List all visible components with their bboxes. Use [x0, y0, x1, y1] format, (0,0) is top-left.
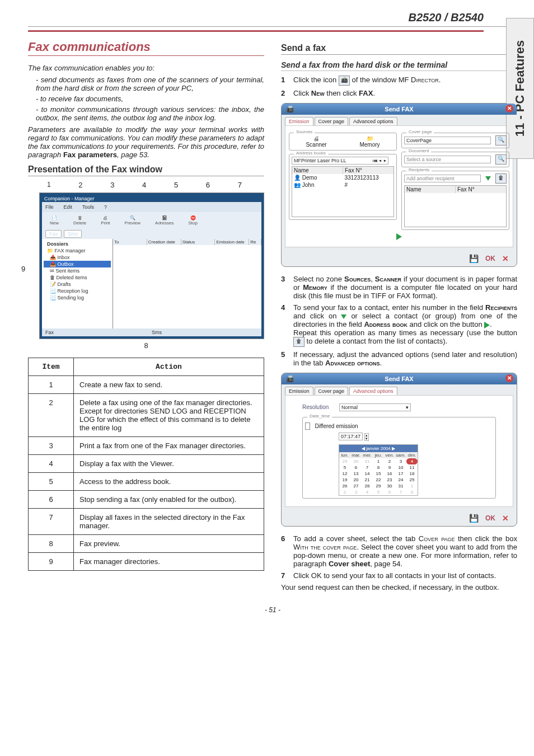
delete-recipient-icon[interactable]: 🗑: [495, 173, 507, 184]
addresses-button[interactable]: 📓Adresses: [155, 215, 174, 226]
transfer-icon[interactable]: [396, 233, 402, 240]
tree-reception-log[interactable]: 📃 Reception log: [44, 288, 111, 294]
tree-sending-log[interactable]: 📃 Sending log: [44, 294, 111, 301]
tab-cover-page[interactable]: Cover page: [315, 387, 349, 395]
save-button[interactable]: 💾: [469, 254, 479, 263]
browse-icon[interactable]: 🔍: [495, 154, 507, 165]
calendar-cell[interactable]: 13: [350, 471, 362, 477]
calendar-cell[interactable]: 28: [362, 483, 373, 489]
stop-button[interactable]: ⛔Stop: [188, 215, 197, 226]
calendar-cell[interactable]: 3: [395, 458, 406, 464]
add-recipient-button[interactable]: [485, 176, 491, 181]
table-row[interactable]: 👥 John #: [292, 181, 394, 189]
calendar-cell[interactable]: 29: [339, 458, 350, 464]
tree-inbox[interactable]: 📥 Inbox: [44, 254, 111, 261]
resolution-select[interactable]: Normal▾: [339, 403, 411, 411]
menu-edit[interactable]: Edit: [64, 204, 73, 210]
new-button[interactable]: 📄New: [50, 215, 59, 226]
calendar-cell[interactable]: 1: [373, 458, 384, 464]
tree-sent[interactable]: ✉ Sent items: [44, 267, 111, 274]
col-emission[interactable]: Emission date: [215, 239, 249, 245]
ok-button[interactable]: OK: [485, 255, 495, 262]
calendar-cell[interactable]: 15: [373, 471, 384, 477]
tab-advanced[interactable]: Advanced options: [349, 387, 397, 395]
tree-outbox[interactable]: 📤 Outbox: [44, 261, 111, 267]
document-input[interactable]: Select a source: [404, 156, 491, 163]
ok-button[interactable]: OK: [485, 514, 495, 522]
cover-page-input[interactable]: CoverPage: [404, 137, 491, 144]
calendar-cell[interactable]: 18: [406, 471, 418, 477]
calendar-cell[interactable]: 12: [339, 471, 350, 477]
nav-icons[interactable]: ⏮ ◀ ▶: [373, 158, 386, 163]
menu-help[interactable]: ?: [104, 204, 107, 210]
calendar-cell[interactable]: 8: [406, 489, 418, 495]
cancel-button[interactable]: ✕: [502, 254, 509, 263]
calendar-cell[interactable]: 20: [350, 477, 362, 483]
close-icon[interactable]: ✕: [505, 374, 513, 382]
calendar-cell[interactable]: 16: [384, 471, 395, 477]
close-icon[interactable]: ✕: [505, 105, 513, 112]
save-button[interactable]: 💾: [469, 514, 479, 523]
calendar-cell[interactable]: 10: [395, 464, 406, 471]
calendar-cell[interactable]: 6: [350, 464, 362, 471]
calendar-cell[interactable]: 9: [384, 464, 395, 471]
calendar-cell[interactable]: 7: [395, 489, 406, 495]
calendar-cell[interactable]: 6: [384, 489, 395, 495]
calendar-cell[interactable]: 31: [362, 458, 373, 464]
address-book-select[interactable]: MFPrinter Laser Pro LL ⏮ ◀ ▶: [292, 157, 388, 165]
calendar-cell[interactable]: 25: [406, 477, 418, 483]
calendar-cell[interactable]: 5: [339, 464, 350, 471]
tree-root[interactable]: 📁 FAX manager: [44, 247, 111, 254]
memory-button[interactable]: 📁Memory: [359, 135, 380, 148]
calendar-cell[interactable]: 21: [362, 477, 373, 483]
tab-advanced[interactable]: Advanced options: [349, 117, 397, 125]
defer-checkbox[interactable]: [305, 422, 310, 430]
calendar-cell[interactable]: 17: [395, 471, 406, 477]
calendar-cell[interactable]: 30: [384, 483, 395, 489]
calendar-cell[interactable]: 27: [350, 483, 362, 489]
preview-button[interactable]: 🔍Preview: [125, 215, 140, 226]
calendar-cell[interactable]: 31: [395, 483, 406, 489]
calendar-cell[interactable]: 30: [350, 458, 362, 464]
tree-deleted[interactable]: 🗑 Deleted items: [44, 274, 111, 281]
recipient-input[interactable]: Add another recipient: [404, 175, 481, 182]
calendar-cell[interactable]: 3: [350, 489, 362, 495]
col-creation[interactable]: Creation date: [147, 239, 181, 245]
scanner-button[interactable]: 🖨Scanner: [306, 135, 326, 148]
calendar-cell[interactable]: 7: [362, 464, 373, 471]
calendar-cell[interactable]: 29: [373, 483, 384, 489]
calendar-cell[interactable]: 22: [373, 477, 384, 483]
calendar-cell[interactable]: 14: [362, 471, 373, 477]
calendar-cell[interactable]: 24: [395, 477, 406, 483]
tab-fax[interactable]: Fax: [45, 230, 62, 238]
cancel-button[interactable]: ✕: [502, 514, 509, 523]
calendar[interactable]: ◀ janvier 2004 ▶ lun.mar.mer.jeu.ven.sam…: [339, 444, 418, 496]
menu-tools[interactable]: Tools: [82, 204, 94, 210]
table-row[interactable]: 👤 Demo 33123123113: [292, 174, 394, 181]
calendar-cell[interactable]: 8: [373, 464, 384, 471]
tab-emission[interactable]: Emission: [285, 387, 313, 395]
menu-file[interactable]: File: [45, 204, 54, 210]
calendar-cell[interactable]: 19: [339, 477, 350, 483]
calendar-cell[interactable]: 4: [362, 489, 373, 495]
tree-drafts[interactable]: 📝 Drafts: [44, 281, 111, 288]
col-status[interactable]: Status: [181, 239, 216, 245]
tab-cover-page[interactable]: Cover page: [315, 117, 349, 125]
calendar-cell[interactable]: 4: [406, 458, 418, 464]
print-button[interactable]: 🖨Print: [101, 215, 110, 226]
delete-button[interactable]: 🗑Delete: [73, 215, 86, 226]
calendar-cell[interactable]: 1: [406, 483, 418, 489]
calendar-cell[interactable]: 5: [373, 489, 384, 495]
calendar-cell[interactable]: 11: [406, 464, 418, 471]
calendar-cell[interactable]: 2: [339, 489, 350, 495]
calendar-cell[interactable]: 23: [384, 477, 395, 483]
col-to[interactable]: To: [113, 239, 147, 245]
menu-bar[interactable]: File Edit Tools ?: [42, 202, 261, 212]
col-re[interactable]: Re: [249, 239, 261, 245]
time-input[interactable]: 07:17:47: [339, 433, 363, 440]
calendar-cell[interactable]: 26: [339, 483, 350, 489]
tab-sms[interactable]: Sms: [64, 230, 82, 238]
tab-emission[interactable]: Emission: [285, 117, 313, 125]
time-spinner[interactable]: ▲▼: [364, 433, 369, 441]
calendar-cell[interactable]: 2: [384, 458, 395, 464]
